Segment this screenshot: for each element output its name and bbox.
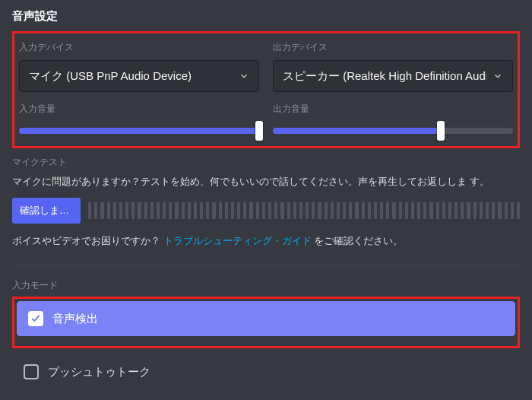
input-volume-label: 入力音量: [19, 103, 259, 116]
mic-test-button[interactable]: 確認しまし...: [12, 198, 81, 224]
output-volume-label: 出力音量: [273, 103, 513, 116]
input-volume-thumb[interactable]: [255, 121, 263, 141]
input-mode-push-to-talk[interactable]: プッシュトゥトーク: [12, 354, 520, 389]
troubleshoot-line: ボイスやビデオでお困りですか？ トラブルシューティング・ガイド をご確認ください…: [12, 234, 520, 248]
checkbox-checked-icon: [28, 311, 43, 326]
input-volume-slider[interactable]: [19, 122, 259, 140]
output-device-label: 出力デバイス: [273, 41, 513, 54]
output-device-select[interactable]: スピーカー (Realtek High Definition Audio): [273, 60, 513, 92]
mic-test-help: マイクに問題がありますか？テストを始め、何でもいいので話してください。声を再生し…: [12, 173, 520, 190]
chevron-down-icon: [492, 71, 503, 81]
output-volume-thumb[interactable]: [437, 121, 445, 141]
input-mode-label: 入力モード: [12, 279, 520, 292]
mic-level-meter: [88, 202, 520, 219]
input-mode-voice-activity[interactable]: 音声検出: [17, 301, 515, 336]
input-device-value: マイク (USB PnP Audio Device): [29, 69, 192, 84]
devices-highlight-box: 入力デバイス マイク (USB PnP Audio Device) 出力デバイス…: [12, 31, 520, 148]
checkbox-unchecked-icon: [24, 364, 39, 379]
chevron-down-icon: [239, 71, 249, 81]
mic-test-label: マイクテスト: [12, 156, 520, 169]
troubleshoot-suffix: をご確認ください。: [314, 235, 403, 246]
output-device-value: スピーカー (Realtek High Definition Audio): [283, 69, 486, 84]
input-mode-highlight-box: 音声検出: [12, 297, 520, 348]
voice-activity-label: 音声検出: [52, 312, 98, 326]
section-title: 音声設定: [12, 9, 520, 24]
push-to-talk-label: プッシュトゥトーク: [48, 365, 150, 379]
troubleshoot-link[interactable]: トラブルシューティング・ガイド: [163, 235, 312, 246]
divider: [12, 265, 520, 265]
input-device-label: 入力デバイス: [19, 41, 259, 54]
output-volume-slider[interactable]: [273, 122, 513, 140]
troubleshoot-prefix: ボイスやビデオでお困りですか？: [12, 235, 160, 246]
input-device-select[interactable]: マイク (USB PnP Audio Device): [19, 60, 259, 92]
